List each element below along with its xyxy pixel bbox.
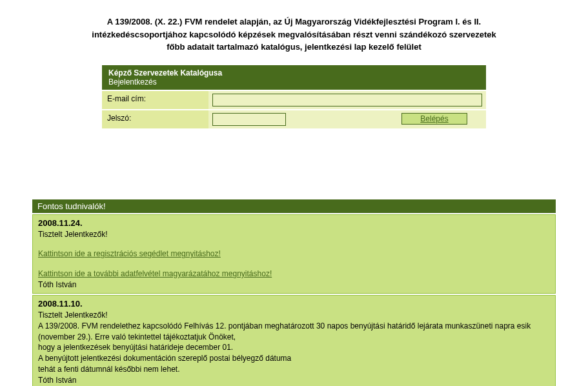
password-input[interactable] bbox=[212, 113, 286, 126]
news-body-line: A 139/2008. FVM rendelethez kapcsolódó F… bbox=[38, 321, 550, 343]
news-body-line: A benyújtott jelentkezési dokumentáción … bbox=[38, 353, 550, 364]
email-input[interactable] bbox=[212, 94, 482, 107]
password-row: Jelszó: Belépés bbox=[102, 110, 486, 128]
news-body-line: hogy a jelentkezések benyújtási határide… bbox=[38, 342, 550, 353]
login-panel: Képző Szervezetek Katalógusa Bejelentkez… bbox=[102, 65, 486, 128]
email-input-cell bbox=[208, 91, 486, 109]
news-link-registration[interactable]: Kattintson ide a regisztrációs segédlet … bbox=[38, 249, 221, 258]
news-body-line: tehát a fenti dátumnál későbbi nem lehet… bbox=[38, 364, 550, 375]
header-line3: főbb adatait tartalmazó katalógus, jelen… bbox=[167, 42, 421, 52]
password-input-cell bbox=[208, 110, 383, 128]
news-author: Tóth István bbox=[38, 375, 550, 386]
login-title-bar: Képző Szervezetek Katalógusa Bejelentkez… bbox=[102, 65, 486, 90]
login-subtitle: Bejelentkezés bbox=[108, 77, 157, 86]
header-line1: A 139/2008. (X. 22.) FVM rendelet alapjá… bbox=[107, 17, 481, 26]
news-greeting: Tisztelt Jelentkezők! bbox=[38, 310, 550, 321]
news-link-dataentry[interactable]: Kattintson ide a további adatfelvétel ma… bbox=[38, 269, 272, 278]
news-header: Fontos tudnivalók! bbox=[32, 199, 556, 213]
login-title: Képző Szervezetek Katalógusa bbox=[108, 68, 222, 77]
news-date: 2008.11.24. bbox=[38, 218, 550, 229]
login-button-cell: Belépés bbox=[383, 110, 486, 128]
login-button[interactable]: Belépés bbox=[401, 113, 467, 125]
news-item: 2008.11.10. Tisztelt Jelentkezők! A 139/… bbox=[32, 295, 556, 386]
page-header: A 139/2008. (X. 22.) FVM rendelet alapjá… bbox=[0, 0, 588, 65]
news-section: Fontos tudnivalók! 2008.11.24. Tisztelt … bbox=[0, 199, 588, 387]
news-author: Tóth István bbox=[38, 279, 550, 290]
header-line2: intézkedéscsoportjához kapcsolódó képzés… bbox=[92, 30, 496, 39]
news-date: 2008.11.10. bbox=[38, 298, 550, 310]
news-item: 2008.11.24. Tisztelt Jelentkezők! Kattin… bbox=[32, 214, 556, 294]
email-label: E-mail cím: bbox=[102, 91, 208, 109]
password-label: Jelszó: bbox=[102, 110, 208, 128]
news-greeting: Tisztelt Jelentkezők! bbox=[38, 229, 550, 240]
email-row: E-mail cím: bbox=[102, 91, 486, 109]
